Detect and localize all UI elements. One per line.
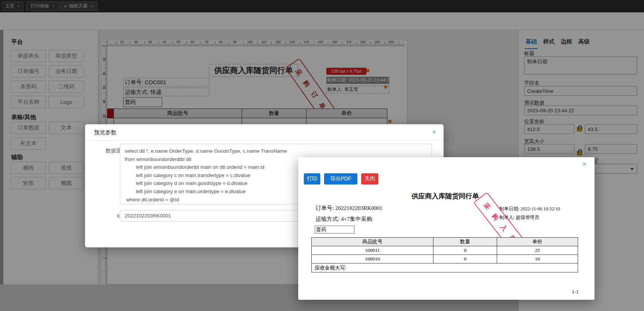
print-preview-dialog: × 打印 导出PDF 关闭 供应商入库随货同行单 订单号: 2022102203… (298, 157, 595, 300)
preview-create-date: 制单日期: 2022-11-06 10:32:10 (499, 206, 560, 212)
table-footer-label: 应收金额大写: (312, 263, 578, 272)
close-button[interactable]: 关闭 (361, 173, 378, 185)
id-label: Id (99, 213, 121, 219)
dialog-title: 预览参数 (94, 129, 117, 136)
stamp-char: 入 (499, 223, 510, 233)
table-row: 100010 0 10 (312, 255, 578, 263)
cell-qty: 0 (433, 246, 497, 255)
close-icon[interactable]: × (582, 160, 586, 168)
cell-batch: 100011 (312, 246, 433, 255)
stamp-char: 采 (482, 201, 493, 211)
datasource-label: 数据源 (99, 147, 121, 154)
preview-doc-title: 供应商入库随货同行单 (311, 192, 579, 201)
col-header-price: 单价 (497, 238, 578, 246)
export-pdf-button[interactable]: 导出PDF (324, 173, 357, 185)
cell-qty: 0 (433, 255, 497, 263)
cell-price: 25 (497, 246, 578, 255)
table-header-row: 商品批号 数量 单价 (312, 238, 578, 246)
col-header-qty: 数量 (433, 238, 497, 246)
dialog-header: 预览参数 × (85, 124, 444, 141)
preview-order-no: 订单号: 2022102203RK0001 (315, 205, 383, 212)
cell-price: 10 (497, 255, 578, 263)
preview-data-table: 商品批号 数量 单价 100011 0 25 100010 0 10 应收金额大… (311, 237, 578, 272)
col-header-batch: 商品批号 (312, 238, 433, 246)
table-row: 100011 0 25 (312, 246, 578, 255)
page-number: 1-1 (572, 289, 579, 295)
stamp-char: 购 (490, 212, 501, 222)
close-icon[interactable]: × (432, 128, 436, 136)
preview-goods-type: 普药 (315, 226, 354, 234)
preview-transport: 运输方式: 4+7集中采购 (315, 216, 372, 223)
print-button[interactable]: 打印 (304, 173, 320, 185)
cell-batch: 100010 (312, 255, 433, 263)
table-footer-row: 应收金额大写: (312, 263, 578, 272)
